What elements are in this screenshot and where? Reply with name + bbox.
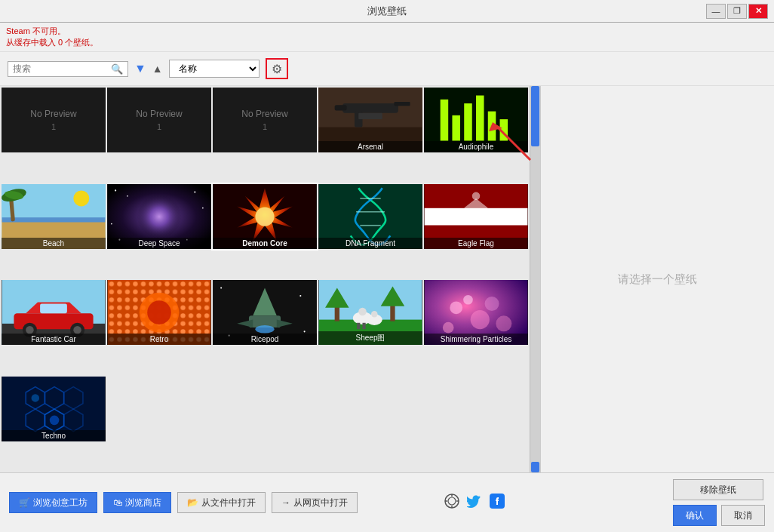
search-icon[interactable]: 🔍 <box>111 63 123 75</box>
window-controls: — ❐ ✕ <box>706 4 768 19</box>
content-area: No Preview 1 No Preview 1 <box>0 86 774 472</box>
scrollbar-track[interactable] <box>530 86 540 472</box>
no-preview-text: No Preview <box>30 109 76 119</box>
restore-button[interactable]: ❐ <box>727 4 747 19</box>
wallpaper-item[interactable]: DNA Fragment <box>318 184 422 249</box>
wallpaper-item[interactable]: No Preview 1 <box>2 88 106 152</box>
wallpaper-item[interactable]: Sheep图 <box>318 280 422 345</box>
svg-point-76 <box>471 310 490 329</box>
wallpaper-label: Sheep图 <box>318 331 422 345</box>
wallpaper-grid-container: No Preview 1 No Preview 1 <box>0 86 540 472</box>
svg-point-41 <box>472 192 481 200</box>
wallpaper-number: 1 <box>51 122 56 131</box>
svg-rect-13 <box>500 119 508 140</box>
wallpaper-label: Eagle Flag <box>424 238 528 249</box>
steam-icon[interactable] <box>444 494 459 512</box>
search-input[interactable] <box>13 63 111 74</box>
svg-point-79 <box>443 322 454 334</box>
svg-point-26 <box>202 207 204 208</box>
gear-button[interactable]: ⚙ <box>266 58 288 79</box>
svg-rect-16 <box>2 217 106 222</box>
svg-point-69 <box>358 308 367 316</box>
svg-point-23 <box>115 189 116 191</box>
browse-workshop-button[interactable]: 🛒 浏览创意工坊 <box>9 492 97 513</box>
wallpaper-item-demoncore[interactable]: Demon Core <box>213 184 317 249</box>
wallpaper-item[interactable]: Beach <box>2 184 106 249</box>
wallpaper-item[interactable]: Audiophile <box>424 88 528 152</box>
minimize-button[interactable]: — <box>706 4 726 19</box>
right-panel: 请选择一个壁纸 <box>540 86 774 472</box>
wallpaper-label: Ricepod <box>213 334 317 345</box>
remove-wallpaper-button[interactable]: 移除壁纸 <box>673 479 763 500</box>
svg-point-57 <box>255 325 274 334</box>
svg-point-27 <box>111 223 112 224</box>
wallpaper-item[interactable]: Retro <box>107 280 211 345</box>
wallpaper-item[interactable]: No Preview 1 <box>213 88 317 152</box>
twitter-icon[interactable] <box>467 494 482 512</box>
wallpaper-item[interactable]: Deep Space <box>107 184 211 249</box>
wallpaper-label: Arsenal <box>318 141 422 152</box>
wallpaper-label: DNA Fragment <box>318 238 422 249</box>
no-preview-text: No Preview <box>136 109 182 119</box>
gear-icon: ⚙ <box>272 62 282 76</box>
wallpaper-number: 1 <box>157 122 161 131</box>
sort-arrow-icon[interactable]: ▲ <box>152 63 163 75</box>
wallpaper-label: Deep Space <box>107 238 211 249</box>
svg-point-80 <box>496 315 511 331</box>
svg-rect-2 <box>342 103 398 113</box>
steam-notice: Steam 不可用。 从缓存中载入 0 个壁纸。 <box>0 23 774 52</box>
svg-point-75 <box>450 301 462 314</box>
remove-btn-row: 移除壁纸 <box>673 479 765 500</box>
wallpaper-item[interactable]: Ricepod <box>213 280 317 345</box>
workshop-icon: 🛒 <box>19 497 30 508</box>
confirm-button[interactable]: 确认 <box>673 505 717 526</box>
svg-point-77 <box>463 295 473 305</box>
svg-point-49 <box>73 326 81 334</box>
svg-point-59 <box>299 295 301 297</box>
svg-point-22 <box>137 194 182 238</box>
open-web-button[interactable]: → 从网页中打开 <box>272 492 358 513</box>
svg-point-47 <box>26 326 34 334</box>
search-box: 🔍 <box>8 61 128 77</box>
svg-rect-71 <box>362 323 365 329</box>
svg-point-25 <box>194 191 195 192</box>
bottom-bar: 🛒 浏览创意工坊 🛍 浏览商店 📂 从文件中打开 → 从网页中打开 <box>0 472 774 532</box>
svg-rect-6 <box>358 113 382 119</box>
wallpaper-label: Demon Core <box>213 238 317 249</box>
wallpaper-item[interactable]: Shimmering Particles <box>424 280 528 345</box>
svg-rect-70 <box>357 323 360 329</box>
wallpaper-number: 1 <box>263 122 267 131</box>
browse-store-button[interactable]: 🛍 浏览商店 <box>103 492 171 513</box>
facebook-icon[interactable] <box>490 494 505 512</box>
wallpaper-item[interactable]: Fantastic Car <box>2 280 106 345</box>
cancel-button[interactable]: 取消 <box>721 505 765 526</box>
scrollbar-thumb[interactable] <box>531 86 539 146</box>
svg-point-61 <box>304 331 306 332</box>
wallpaper-item[interactable]: Eagle Flag <box>424 184 528 249</box>
svg-rect-5 <box>395 102 410 106</box>
wallpaper-label: Beach <box>2 238 106 249</box>
close-button[interactable]: ✕ <box>748 4 768 19</box>
sort-select[interactable]: 名称 <box>169 60 260 78</box>
wallpaper-label: Audiophile <box>424 141 528 152</box>
wallpaper-item[interactable]: No Preview 1 <box>107 88 211 152</box>
file-icon: 📂 <box>187 497 198 508</box>
right-action-buttons: 移除壁纸 确认 取消 <box>673 479 765 526</box>
filter-icon[interactable]: ▼ <box>134 62 146 75</box>
svg-point-32 <box>255 207 274 226</box>
main-window: Steam 不可用。 从缓存中载入 0 个壁纸。 🔍 ▼ ▲ 名称 ⚙ No <box>0 23 774 532</box>
steam-notice-line2: 从缓存中载入 0 个壁纸。 <box>6 37 768 48</box>
svg-rect-8 <box>441 100 449 141</box>
store-icon: 🛍 <box>113 497 122 508</box>
scrollbar-bottom[interactable] <box>531 462 539 472</box>
web-icon: → <box>281 497 290 508</box>
wallpaper-item[interactable]: Arsenal <box>318 88 422 152</box>
svg-point-73 <box>371 311 377 317</box>
wallpaper-label: Retro <box>107 334 211 345</box>
wallpaper-item[interactable]: Techno <box>2 377 106 441</box>
toolbar: 🔍 ▼ ▲ 名称 ⚙ <box>0 52 774 86</box>
open-file-button[interactable]: 📂 从文件中打开 <box>177 492 266 513</box>
svg-rect-11 <box>476 96 484 141</box>
wallpaper-label: Techno <box>2 430 106 441</box>
svg-point-24 <box>127 195 128 196</box>
